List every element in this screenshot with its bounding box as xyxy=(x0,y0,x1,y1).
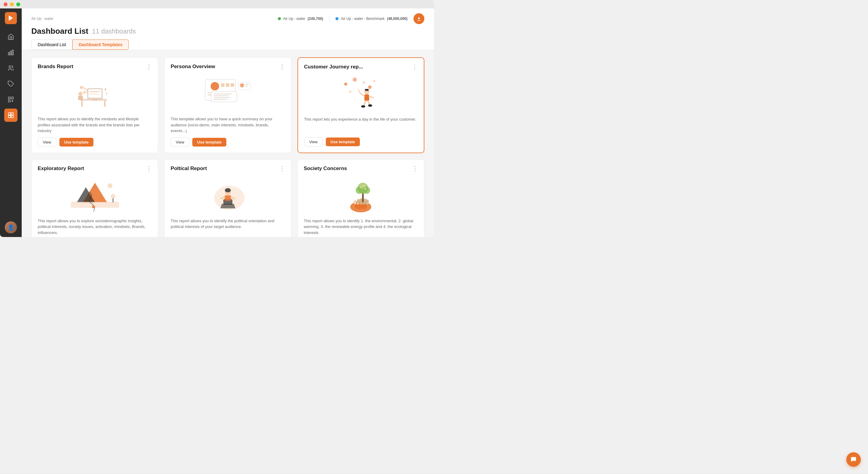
svg-point-27 xyxy=(83,91,86,93)
card-actions: View Use template xyxy=(38,138,152,147)
svg-point-60 xyxy=(368,104,372,107)
svg-line-62 xyxy=(369,96,373,98)
svg-point-49 xyxy=(344,83,347,86)
play-icon xyxy=(7,14,14,22)
page-header: Air Up - water Air Up - water (240,700) … xyxy=(22,8,434,50)
use-template-button[interactable]: Use template xyxy=(59,138,93,147)
header-user-button[interactable] xyxy=(413,13,424,24)
more-options-button[interactable]: ⋮ xyxy=(412,64,418,70)
svg-rect-40 xyxy=(211,91,237,102)
card-illustration xyxy=(170,175,285,214)
header-top: Air Up - water Air Up - water (240,700) … xyxy=(31,13,424,24)
svg-rect-16 xyxy=(82,101,83,107)
sidebar-item-grid-add[interactable] xyxy=(4,93,18,106)
svg-rect-56 xyxy=(364,94,369,101)
indicator-dot-blue xyxy=(336,17,338,20)
dashboard-count: 11 dashboards xyxy=(92,27,136,35)
sidebar-item-dashboards[interactable] xyxy=(4,109,18,122)
svg-rect-13 xyxy=(8,116,10,118)
breadcrumb: Air Up - water xyxy=(31,17,53,21)
app-logo[interactable] xyxy=(5,12,17,24)
sidebar-item-tags[interactable] xyxy=(4,77,18,90)
page-title-row: Dashboard List 11 dashboards xyxy=(31,27,424,36)
svg-point-50 xyxy=(352,78,357,82)
svg-point-54 xyxy=(373,80,375,82)
card-title: Poltical Report xyxy=(170,166,207,172)
card-illustration xyxy=(38,175,152,214)
svg-rect-12 xyxy=(11,113,13,115)
card-brands-report: Brands Report ⋮ xyxy=(31,57,158,153)
use-template-button[interactable]: Use template xyxy=(192,138,226,147)
svg-point-24 xyxy=(80,86,83,89)
card-illustration: ▼ ▼ xyxy=(38,73,152,113)
indicator-2: Air Up - water - Benchmark (48,500,000) xyxy=(336,17,407,21)
card-political-report: Poltical Report ⋮ xyxy=(164,159,291,237)
vertical-divider xyxy=(329,15,330,22)
svg-point-69 xyxy=(107,183,113,188)
tab-dashboard-list[interactable]: Dashboard List xyxy=(31,39,72,50)
svg-line-57 xyxy=(364,101,366,106)
more-options-button[interactable]: ⋮ xyxy=(146,166,152,172)
svg-rect-19 xyxy=(88,89,101,98)
dashboard-icon xyxy=(7,112,14,119)
svg-rect-42 xyxy=(214,95,229,96)
card-illustration xyxy=(304,175,418,214)
society-illustration xyxy=(338,177,383,213)
card-illustration xyxy=(304,73,418,113)
use-template-button[interactable]: Use template xyxy=(326,138,360,146)
indicator-1-label: Air Up - water xyxy=(283,17,305,21)
card-customer-journey: Customer Journey rep... ⋮ xyxy=(298,57,424,153)
home-icon xyxy=(7,33,14,40)
view-button[interactable]: View xyxy=(304,137,323,147)
svg-point-93 xyxy=(360,186,362,188)
journey-illustration xyxy=(340,75,382,111)
card-description: This report allows you to identify the p… xyxy=(170,218,285,236)
svg-rect-44 xyxy=(214,99,227,100)
more-options-button[interactable]: ⋮ xyxy=(146,64,152,70)
sidebar-item-audience[interactable] xyxy=(4,61,18,75)
more-options-button[interactable]: ⋮ xyxy=(412,166,418,172)
svg-rect-36 xyxy=(226,83,229,87)
view-button[interactable]: View xyxy=(38,138,56,147)
political-illustration xyxy=(208,177,247,213)
minimize-button[interactable] xyxy=(10,2,14,6)
exploratory-illustration xyxy=(71,177,119,213)
main-content: Air Up - water Air Up - water (240,700) … xyxy=(22,8,434,237)
grid-container: Brands Report ⋮ xyxy=(22,50,434,237)
svg-rect-20 xyxy=(93,99,97,100)
card-grid: Brands Report ⋮ xyxy=(31,57,424,237)
card-illustration xyxy=(170,73,285,113)
sidebar-item-home[interactable] xyxy=(4,30,18,43)
svg-rect-3 xyxy=(12,50,13,55)
svg-point-34 xyxy=(211,82,219,90)
svg-line-63 xyxy=(358,90,360,93)
card-description: This report allows you to identify 1. th… xyxy=(304,218,418,236)
card-description: This report allows you to explore sociod… xyxy=(38,218,152,236)
svg-rect-6 xyxy=(8,97,10,99)
card-description: This report allows you to identify the m… xyxy=(38,116,152,134)
svg-point-76 xyxy=(225,188,231,192)
tab-dashboard-templates[interactable]: Dashboard Templates xyxy=(72,39,129,50)
svg-point-71 xyxy=(111,194,116,199)
svg-text:▼: ▼ xyxy=(104,88,107,91)
svg-rect-17 xyxy=(104,101,105,107)
svg-rect-47 xyxy=(245,84,249,85)
view-button[interactable]: View xyxy=(170,138,189,147)
card-society-concerns: Society Concerns ⋮ xyxy=(298,159,424,237)
card-header: Poltical Report ⋮ xyxy=(170,166,285,172)
indicator-2-value: (48,500,000) xyxy=(387,17,407,21)
avatar-image: 👤 xyxy=(5,221,17,233)
svg-point-95 xyxy=(364,188,366,190)
svg-point-46 xyxy=(240,83,244,87)
sidebar-item-analytics[interactable] xyxy=(4,46,18,59)
more-options-button[interactable]: ⋮ xyxy=(279,64,285,70)
svg-point-52 xyxy=(368,85,372,89)
user-avatar[interactable]: 👤 xyxy=(5,221,17,233)
card-header: Society Concerns ⋮ xyxy=(304,166,418,172)
svg-rect-35 xyxy=(221,83,224,87)
close-button[interactable] xyxy=(4,2,7,6)
maximize-button[interactable] xyxy=(16,2,20,6)
svg-point-68 xyxy=(92,205,95,208)
indicator-dot-green xyxy=(278,17,281,20)
more-options-button[interactable]: ⋮ xyxy=(279,166,285,172)
